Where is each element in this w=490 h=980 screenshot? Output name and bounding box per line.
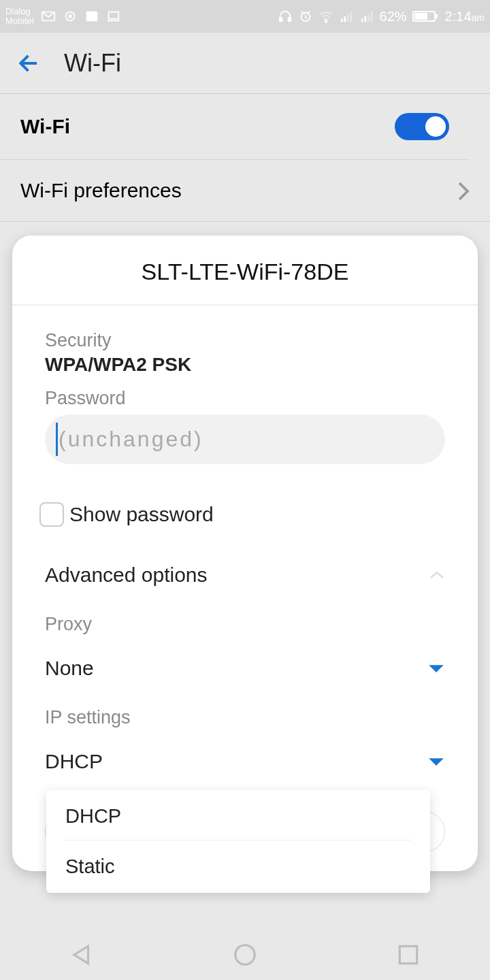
chevron-up-icon bbox=[429, 570, 445, 580]
svg-rect-3 bbox=[86, 12, 98, 22]
security-value: WPA/WPA2 PSK bbox=[45, 354, 445, 376]
back-button[interactable] bbox=[16, 50, 42, 76]
mail-icon bbox=[41, 9, 56, 24]
laptop-icon bbox=[106, 9, 121, 24]
svg-rect-12 bbox=[350, 12, 352, 22]
nav-recent-button[interactable] bbox=[395, 942, 421, 968]
chevron-right-icon bbox=[457, 181, 470, 200]
show-password-label: Show password bbox=[69, 503, 214, 526]
proxy-value: None bbox=[45, 657, 94, 680]
wifi-label: Wi-Fi bbox=[20, 115, 70, 138]
dropdown-option-dhcp[interactable]: DHCP bbox=[46, 790, 430, 840]
toggle-knob bbox=[425, 116, 446, 137]
svg-rect-13 bbox=[361, 19, 363, 22]
wifi-prefs-label: Wi-Fi preferences bbox=[20, 179, 182, 202]
svg-rect-6 bbox=[288, 18, 291, 22]
ip-settings-dropdown[interactable]: DHCP bbox=[45, 750, 445, 773]
svg-rect-4 bbox=[109, 12, 119, 19]
svg-point-2 bbox=[69, 15, 71, 18]
wifi-toggle[interactable] bbox=[395, 113, 449, 140]
carrier-line1: Dialog bbox=[5, 7, 34, 16]
headphones-icon bbox=[278, 9, 293, 24]
svg-point-8 bbox=[325, 20, 327, 22]
show-password-checkbox[interactable] bbox=[39, 502, 64, 527]
wifi-network-dialog: SLT-LTE-WiFi-78DE Security WPA/WPA2 PSK … bbox=[12, 235, 478, 871]
image-icon bbox=[84, 9, 99, 24]
svg-rect-9 bbox=[340, 19, 342, 22]
svg-point-20 bbox=[235, 945, 255, 965]
navigation-bar bbox=[0, 930, 490, 980]
svg-rect-19 bbox=[436, 14, 438, 18]
status-left: Dialog Mobitel bbox=[5, 7, 121, 27]
svg-rect-11 bbox=[346, 14, 348, 22]
svg-rect-16 bbox=[370, 12, 372, 22]
svg-rect-15 bbox=[367, 14, 369, 22]
security-label: Security bbox=[45, 330, 445, 351]
svg-rect-14 bbox=[364, 16, 366, 22]
svg-rect-10 bbox=[344, 16, 346, 22]
dialog-body: Security WPA/WPA2 PSK Password (unchange… bbox=[12, 306, 478, 773]
time-value: 2:14 bbox=[445, 9, 472, 24]
advanced-options-row[interactable]: Advanced options bbox=[45, 564, 445, 587]
nav-back-button[interactable] bbox=[69, 942, 95, 968]
ip-settings-popup: DHCP Static bbox=[46, 790, 430, 893]
wifi-toggle-row[interactable]: Wi-Fi bbox=[0, 94, 470, 160]
dropdown-arrow-icon bbox=[427, 757, 445, 766]
time: 2:14am bbox=[445, 9, 485, 24]
password-label: Password bbox=[45, 388, 445, 409]
dropdown-arrow-icon bbox=[427, 664, 445, 673]
proxy-dropdown[interactable]: None bbox=[45, 657, 445, 680]
carrier-label: Dialog Mobitel bbox=[5, 7, 34, 27]
page-title: Wi-Fi bbox=[64, 49, 121, 78]
advanced-label: Advanced options bbox=[45, 564, 208, 587]
dropdown-option-static[interactable]: Static bbox=[65, 840, 411, 893]
svg-rect-5 bbox=[279, 18, 282, 22]
battery-percent: 62% bbox=[380, 9, 407, 24]
time-suffix: am bbox=[472, 12, 485, 23]
app-bar: Wi-Fi bbox=[0, 33, 490, 94]
settings-list: Wi-Fi Wi-Fi preferences bbox=[0, 94, 490, 222]
ip-settings-value: DHCP bbox=[45, 750, 103, 773]
proxy-label: Proxy bbox=[45, 614, 445, 635]
location-icon bbox=[63, 9, 78, 24]
text-cursor bbox=[56, 423, 58, 456]
status-bar: Dialog Mobitel 62% bbox=[0, 0, 490, 33]
nav-home-button[interactable] bbox=[232, 942, 258, 968]
wifi-preferences-row[interactable]: Wi-Fi preferences bbox=[0, 160, 490, 222]
svg-rect-21 bbox=[399, 946, 416, 963]
battery-icon bbox=[412, 9, 440, 24]
signal2-icon bbox=[359, 9, 374, 24]
password-placeholder: (unchanged) bbox=[56, 427, 434, 452]
carrier-line2: Mobitel bbox=[5, 16, 34, 26]
signal1-icon bbox=[339, 9, 354, 24]
svg-rect-18 bbox=[414, 13, 427, 20]
dialog-title: SLT-LTE-WiFi-78DE bbox=[12, 235, 478, 306]
ip-settings-label: IP settings bbox=[45, 707, 445, 728]
status-right: 62% 2:14am bbox=[278, 9, 485, 24]
show-password-row[interactable]: Show password bbox=[39, 502, 445, 527]
wifi-icon bbox=[318, 9, 333, 24]
password-input[interactable]: (unchanged) bbox=[45, 414, 445, 464]
alarm-icon bbox=[298, 9, 313, 24]
